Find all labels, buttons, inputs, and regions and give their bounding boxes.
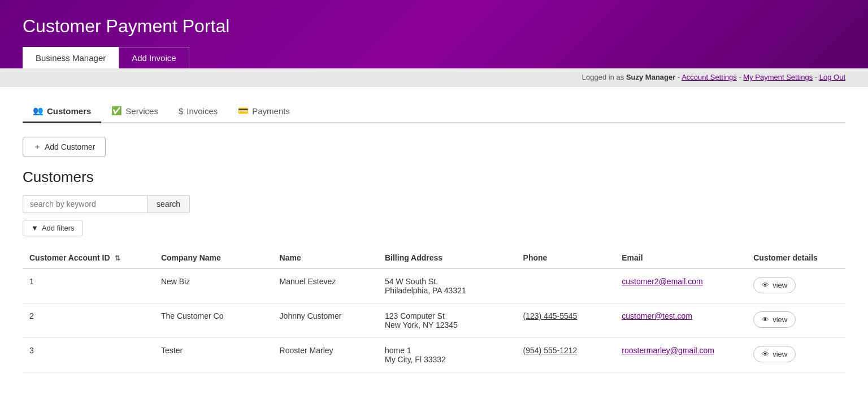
cell-company-2: Tester [154, 338, 273, 372]
col-header-billing: Billing Address [378, 248, 517, 268]
cell-billing-1: 123 Computer StNew York, NY 12345 [378, 303, 517, 338]
cell-email-0: customer2@email.com [615, 268, 747, 303]
cell-id-0: 1 [23, 268, 154, 303]
table-header-row: Customer Account ID ⇅ Company Name Name … [23, 248, 845, 268]
filter-icon: ▼ [31, 224, 38, 232]
col-id-label: Customer Account ID [29, 253, 110, 262]
customers-icon: 👥 [33, 106, 44, 116]
table-row: 1 New Biz Manuel Estevez 54 W South St.P… [23, 268, 845, 303]
view-button-1[interactable]: 👁 view [753, 311, 796, 328]
add-customer-label: Add Customer [45, 142, 95, 151]
account-settings-link[interactable]: Account Settings [682, 73, 737, 81]
tab-services[interactable]: ✅ Services [101, 100, 168, 123]
cell-phone-2: (954) 555-1212 [517, 338, 615, 372]
col-header-name: Name [273, 248, 378, 268]
eye-icon-2: 👁 [762, 350, 769, 358]
eye-icon-0: 👁 [762, 281, 769, 289]
table-row: 3 Tester Rooster Marley home 1My City, F… [23, 338, 845, 372]
cell-details-1: 👁 view [747, 303, 845, 338]
cell-phone-1: (123) 445-5545 [517, 303, 615, 338]
customers-section-title: Customers [23, 168, 845, 186]
tab-payments[interactable]: 💳 Payments [228, 100, 300, 123]
logged-in-prefix: Logged in as [582, 73, 624, 81]
eye-icon-1: 👁 [762, 315, 769, 324]
customers-table: Customer Account ID ⇅ Company Name Name … [23, 248, 845, 372]
tab-invoices-label: Invoices [186, 106, 218, 116]
table-row: 2 The Customer Co Johnny Customer 123 Co… [23, 303, 845, 338]
tab-invoices[interactable]: $ Invoices [168, 100, 228, 123]
nav-add-invoice[interactable]: Add Invoice [119, 47, 189, 68]
col-header-id: Customer Account ID ⇅ [23, 248, 154, 268]
tab-customers[interactable]: 👥 Customers [23, 100, 101, 123]
tab-services-label: Services [125, 106, 158, 116]
cell-id-2: 3 [23, 338, 154, 372]
invoices-icon: $ [179, 106, 183, 116]
view-label-2: view [772, 350, 787, 358]
cell-name-2: Rooster Marley [273, 338, 378, 372]
cell-id-1: 2 [23, 303, 154, 338]
portal-title: Customer Payment Portal [23, 16, 845, 37]
cell-name-1: Johnny Customer [273, 303, 378, 338]
cell-email-2: roostermarley@gmail.com [615, 338, 747, 372]
add-filters-label: Add filters [42, 224, 75, 232]
services-icon: ✅ [111, 106, 122, 116]
col-header-email: Email [615, 248, 747, 268]
cell-phone-0 [517, 268, 615, 303]
add-filters-button[interactable]: ▼ Add filters [23, 220, 83, 236]
plus-icon: ＋ [33, 142, 41, 152]
logged-in-username: Suzy Manager [626, 73, 675, 81]
col-header-details: Customer details [747, 248, 845, 268]
email-link-2[interactable]: roostermarley@gmail.com [622, 346, 714, 355]
tab-payments-label: Payments [252, 106, 290, 116]
nav-business-manager[interactable]: Business Manager [23, 47, 119, 68]
cell-name-0: Manuel Estevez [273, 268, 378, 303]
cell-company-1: The Customer Co [154, 303, 273, 338]
cell-billing-0: 54 W South St.Philadelphia, PA 43321 [378, 268, 517, 303]
view-label-1: view [772, 315, 787, 324]
search-bar: search [23, 195, 845, 213]
main-content: 👥 Customers ✅ Services $ Invoices 💳 Paym… [0, 86, 868, 399]
col-header-phone: Phone [517, 248, 615, 268]
cell-billing-2: home 1My City, Fl 33332 [378, 338, 517, 372]
cell-details-2: 👁 view [747, 338, 845, 372]
view-button-0[interactable]: 👁 view [753, 277, 796, 293]
search-button[interactable]: search [147, 195, 190, 213]
cell-email-1: customer@test.com [615, 303, 747, 338]
payments-icon: 💳 [238, 106, 249, 116]
header-nav: Business Manager Add Invoice [23, 47, 845, 68]
phone-link-1[interactable]: (123) 445-5545 [523, 311, 578, 320]
tab-bar: 👥 Customers ✅ Services $ Invoices 💳 Paym… [23, 100, 845, 123]
log-out-link[interactable]: Log Out [819, 73, 845, 81]
email-link-0[interactable]: customer2@email.com [622, 277, 702, 286]
col-header-company: Company Name [154, 248, 273, 268]
cell-details-0: 👁 view [747, 268, 845, 303]
view-button-2[interactable]: 👁 view [753, 346, 796, 362]
sort-icon[interactable]: ⇅ [115, 254, 120, 262]
my-payment-settings-link[interactable]: My Payment Settings [743, 73, 813, 81]
search-input[interactable] [23, 195, 147, 213]
add-customer-button[interactable]: ＋ Add Customer [23, 137, 106, 157]
tab-customers-label: Customers [47, 106, 91, 116]
email-link-1[interactable]: customer@test.com [622, 311, 692, 320]
cell-company-0: New Biz [154, 268, 273, 303]
view-label-0: view [772, 281, 787, 289]
logged-in-bar: Logged in as Suzy Manager - Account Sett… [0, 68, 868, 86]
header: Customer Payment Portal Business Manager… [0, 0, 868, 68]
phone-link-2[interactable]: (954) 555-1212 [523, 346, 578, 355]
